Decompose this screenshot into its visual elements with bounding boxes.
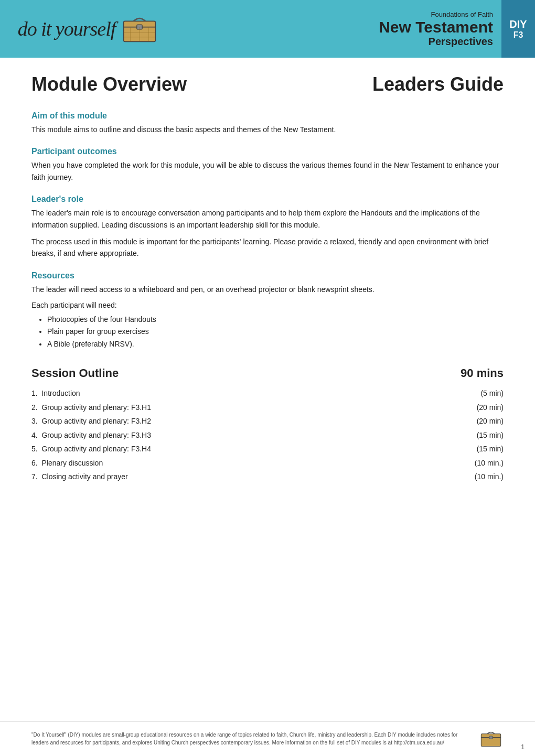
session-row: 3. Group activity and plenary: F3.H2 (20… [31,414,504,428]
diy-logo-group: do it yourself [18,12,161,46]
list-item: Plain paper for group exercises [47,326,504,338]
resources-heading: Resources [31,271,504,280]
badge-diy-label: DIY [509,18,527,30]
footer-text: "Do It Yourself" (DIY) modules are small… [31,731,472,747]
section-outcomes: Participant outcomes When you have compl… [31,147,504,183]
session-row-time: (10 min.) [462,470,504,484]
toolbox-icon [119,12,160,46]
section-aim: Aim of this module This module aims to o… [31,111,504,135]
session-row-label: 1. Introduction [31,386,80,401]
session-row-label: 5. Group activity and plenary: F3.H4 [31,442,151,456]
list-item: Photocopies of the four Handouts [47,314,504,326]
session-row-time: (15 min) [462,442,504,456]
leaders-role-para2: The process used in this module is impor… [31,236,504,260]
session-row-time: (20 min) [462,401,504,415]
session-outline-title: Session Outline [31,366,119,380]
page-title-right: Leaders Guide [372,73,504,95]
leaders-role-para1: The leader's main role is to encourage c… [31,207,504,231]
session-outline: Session Outline 90 mins 1. Introduction … [31,366,504,484]
session-row-time: (5 min) [462,386,504,401]
session-row-time: (20 min) [462,414,504,428]
outcomes-heading: Participant outcomes [31,147,504,156]
session-row: 4. Group activity and plenary: F3.H3 (15… [31,428,504,442]
logo-text: do it yourself [18,17,116,40]
list-item: A Bible (preferably NRSV). [47,338,504,351]
aim-heading: Aim of this module [31,111,504,121]
session-row-label: 6. Plenary discussion [31,456,103,470]
session-outline-header: Session Outline 90 mins [31,366,504,380]
leaders-role-heading: Leader's role [31,195,504,204]
session-row: 6. Plenary discussion (10 min.) [31,456,504,470]
badge-f3-label: F3 [513,30,523,40]
page-footer: "Do It Yourself" (DIY) modules are small… [0,721,535,756]
header-title-block: Foundations of Faith New Testament Persp… [368,0,493,58]
footer-page-number: 1 [521,743,525,751]
header-logo: do it yourself [0,0,178,58]
session-row-time: (15 min) [462,428,504,442]
session-row: 5. Group activity and plenary: F3.H4 (15… [31,442,504,456]
page-title-left: Module Overview [31,73,187,95]
footer-logo [472,728,504,750]
resources-participant-intro: Each participant will need: [31,299,504,311]
session-row-label: 7. Closing activity and prayer [31,470,128,484]
session-row: 1. Introduction (5 min) [31,386,504,401]
aim-body: This module aims to outline and discuss … [31,124,504,135]
page-header: do it yourself Founda [0,0,535,58]
session-row: 2. Group activity and plenary: F3.H1 (20… [31,401,504,415]
header-foundations: Foundations of Faith [431,10,493,18]
session-row-time: (10 min.) [462,456,504,470]
section-leaders-role: Leader's role The leader's main role is … [31,195,504,260]
header-badge: DIY F3 [501,0,535,58]
session-row-label: 4. Group activity and plenary: F3.H3 [31,428,151,442]
outcomes-body: When you have completed the work for thi… [31,159,504,183]
resources-bullet-list: Photocopies of the four Handouts Plain p… [47,314,504,351]
session-outline-total-time: 90 mins [461,366,504,380]
section-resources: Resources The leader will need access to… [31,271,504,351]
header-main-title: New Testament [379,18,493,36]
svg-rect-10 [489,736,493,739]
session-row-label: 3. Group activity and plenary: F3.H2 [31,414,151,428]
main-content: Module Overview Leaders Guide Aim of thi… [0,58,535,515]
svg-rect-8 [481,734,500,747]
session-row-label: 2. Group activity and plenary: F3.H1 [31,401,151,415]
footer-toolbox-icon [478,728,504,750]
titles-row: Module Overview Leaders Guide [31,73,504,95]
resources-intro: The leader will need access to a whitebo… [31,284,504,295]
session-row: 7. Closing activity and prayer (10 min.) [31,470,504,484]
header-subtitle: Perspectives [429,36,493,48]
session-rows-container: 1. Introduction (5 min) 2. Group activit… [31,386,504,484]
